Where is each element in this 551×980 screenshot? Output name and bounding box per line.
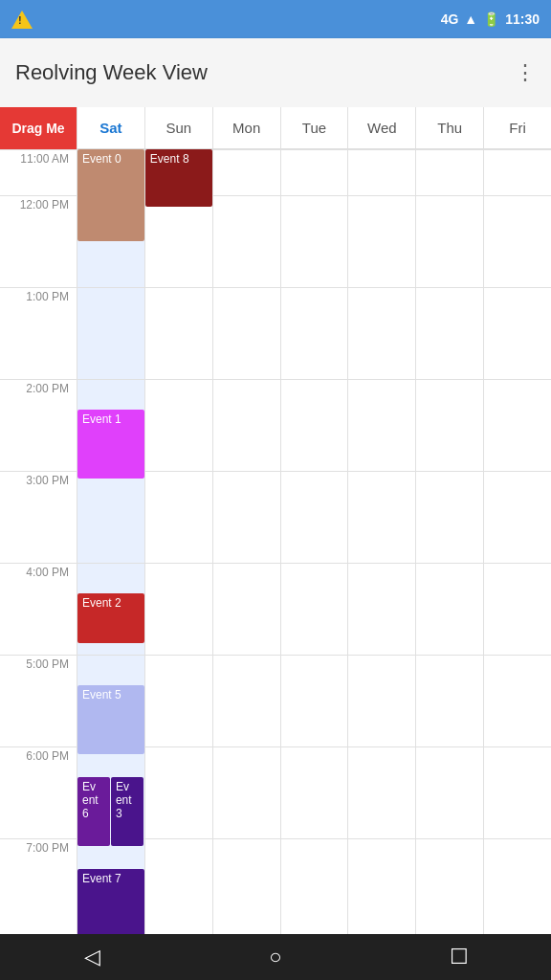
nav-bar: ◁ ○ ☐ (0, 934, 551, 980)
status-bar: 4G ▲ 🔋 11:30 (0, 0, 551, 38)
event-7[interactable]: Event 7 (77, 869, 144, 934)
drag-button[interactable]: Drag Me (0, 107, 77, 149)
day-col-mon (212, 149, 280, 934)
event-1-label: Event 1 (82, 412, 121, 426)
day-header-thu[interactable]: Thu (415, 107, 483, 148)
time-column: 11:00 AM 12:00 PM 1:00 PM 2:00 PM 3:00 P… (0, 149, 77, 934)
time-label-700pm: 7:00 PM (0, 838, 77, 930)
day-header-sat[interactable]: Sat (77, 107, 144, 148)
day-header-tue[interactable]: Tue (280, 107, 348, 148)
clock: 11:30 (505, 11, 540, 27)
day-col-sun: Event 8 (144, 149, 212, 934)
event-0-label: Event 0 (82, 152, 121, 166)
warning-icon (11, 11, 33, 29)
event-3-label: Ev ent 3 (116, 780, 132, 820)
day-col-fri (483, 149, 551, 934)
day-header-mon[interactable]: Mon (212, 107, 280, 148)
overflow-menu-icon[interactable]: ⋮ (515, 60, 536, 85)
status-left (11, 11, 33, 29)
event-2[interactable]: Event 2 (77, 593, 144, 643)
event-2-label: Event 2 (82, 596, 121, 610)
event-1[interactable]: Event 1 (77, 410, 144, 479)
app-bar: Reolving Week View ⋮ (0, 38, 551, 107)
cell-sat-100 (77, 287, 144, 379)
grid-area: Event 0 Event 1 Event 2 Event 5 Ev ent 6… (77, 149, 551, 934)
day-col-thu (415, 149, 483, 934)
day-col-tue (280, 149, 348, 934)
day-col-wed (347, 149, 415, 934)
time-label-1200pm: 12:00 PM (0, 195, 77, 287)
app-title: Reolving Week View (15, 60, 208, 85)
day-header-wed[interactable]: Wed (347, 107, 415, 148)
time-label-100pm: 1:00 PM (0, 287, 77, 379)
battery-icon: 🔋 (483, 11, 499, 27)
recent-button[interactable]: ☐ (436, 934, 482, 980)
event-6-label: Ev ent 6 (82, 780, 99, 820)
time-label-600pm: 6:00 PM (0, 746, 77, 838)
event-5[interactable]: Event 5 (77, 685, 144, 754)
day-header-sun[interactable]: Sun (144, 107, 212, 148)
event-3[interactable]: Ev ent 3 (111, 777, 143, 846)
event-5-label: Event 5 (82, 688, 121, 702)
event-7-label: Event 7 (82, 872, 121, 885)
signal-label: 4G (441, 11, 459, 27)
event-8-label: Event 8 (150, 152, 189, 166)
header-row: Drag Me Sat Sun Mon Tue Wed Thu Fri (0, 107, 551, 149)
home-button[interactable]: ○ (253, 934, 298, 980)
cell-sat-300 (77, 471, 144, 563)
day-col-sat: Event 0 Event 1 Event 2 Event 5 Ev ent 6… (77, 149, 144, 934)
signal-bars: ▲ (464, 11, 477, 27)
event-6[interactable]: Ev ent 6 (77, 777, 110, 846)
calendar-body: 11:00 AM 12:00 PM 1:00 PM 2:00 PM 3:00 P… (0, 149, 551, 934)
event-8[interactable]: Event 8 (145, 149, 212, 207)
back-button[interactable]: ◁ (69, 934, 115, 980)
status-right: 4G ▲ 🔋 11:30 (441, 11, 540, 27)
time-label-200pm: 2:00 PM (0, 379, 77, 471)
time-label-500pm: 5:00 PM (0, 655, 77, 746)
time-label-1100am: 11:00 AM (0, 149, 77, 195)
time-label-400pm: 4:00 PM (0, 563, 77, 655)
time-label-300pm: 3:00 PM (0, 471, 77, 563)
event-0[interactable]: Event 0 (77, 149, 144, 241)
day-header-fri[interactable]: Fri (483, 107, 551, 148)
